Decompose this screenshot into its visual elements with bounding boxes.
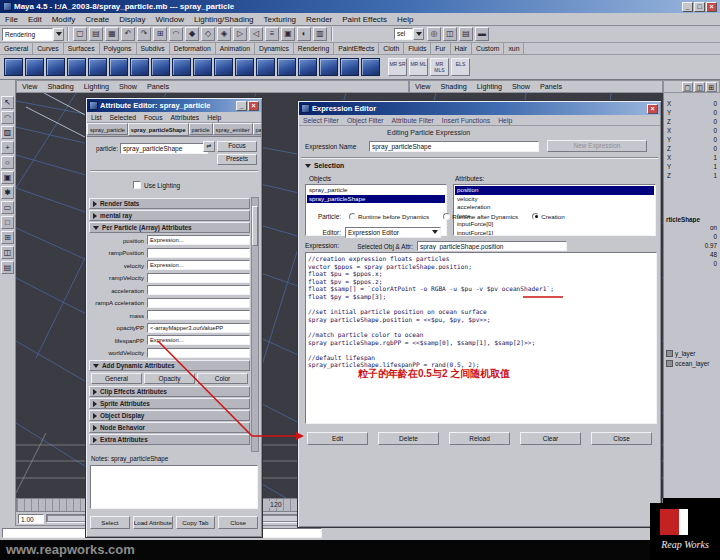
channel-value[interactable]: 1 — [713, 171, 717, 180]
menu-item[interactable]: Attributes — [167, 114, 204, 121]
panel-menu-item[interactable]: View — [410, 82, 435, 91]
tool-icon[interactable]: ▤ — [1, 261, 14, 274]
dialog-button[interactable]: Close — [591, 432, 652, 445]
object-list-item[interactable]: spray_particleShape — [307, 195, 445, 204]
tool-icon[interactable]: ▨ — [1, 126, 14, 139]
channel-value[interactable]: 1 — [713, 153, 717, 162]
section-bar-add-dynamic[interactable]: Add Dynamic Attributes — [89, 360, 250, 371]
panel-menu-item[interactable]: View — [17, 82, 42, 91]
status-icon[interactable]: ↶ — [121, 27, 135, 41]
status-icon[interactable]: ◈ — [217, 27, 231, 41]
range-start-field[interactable]: 1.00 — [18, 514, 44, 524]
status-icon[interactable]: ▣ — [281, 27, 295, 41]
menu-item[interactable]: Render — [301, 15, 337, 24]
chevron-down-icon[interactable] — [413, 28, 424, 40]
shelf-tool-icon[interactable] — [277, 58, 296, 76]
channel-value[interactable]: 0.97 — [705, 241, 717, 250]
tool-icon[interactable]: ◫ — [1, 246, 14, 259]
status-icon[interactable]: ◠ — [169, 27, 183, 41]
add-dynamic-button[interactable]: Color — [197, 373, 248, 384]
focus-button[interactable]: Focus — [217, 141, 257, 152]
expression-editor-titlebar[interactable]: Expression Editor × — [299, 102, 660, 115]
menu-item[interactable]: Create — [80, 15, 114, 24]
pane-layout-icon[interactable]: ▢ — [682, 82, 693, 92]
channel-row[interactable]: X 0 — [664, 99, 720, 108]
tool-icon[interactable]: ○ — [1, 156, 14, 169]
shelf-tool-icon[interactable] — [256, 58, 275, 76]
attribute-editor-tab[interactable]: particleClo — [253, 123, 262, 135]
shelf-tool-icon[interactable] — [109, 58, 128, 76]
channel-row[interactable]: Y 0 — [664, 108, 720, 117]
tool-icon[interactable]: ▭ — [1, 201, 14, 214]
channel-row[interactable]: 0 — [664, 259, 720, 268]
attribute-editor-tab[interactable]: particle — [189, 123, 213, 135]
layer-visibility-swatch[interactable] — [666, 360, 673, 367]
shelf-tool-icon[interactable] — [88, 58, 107, 76]
shelf-tool-icon[interactable] — [151, 58, 170, 76]
panel-menu-item[interactable]: Show — [114, 82, 142, 91]
expression-name-field[interactable]: spray_particleShape — [369, 141, 539, 152]
maximize-button[interactable]: □ — [694, 2, 705, 12]
new-expression-button[interactable]: New Expression — [547, 140, 647, 152]
menu-item[interactable]: Paint Effects — [337, 15, 392, 24]
swap-node-icon[interactable]: ⇄ — [203, 141, 215, 152]
shelf-tab[interactable]: Surfaces — [64, 43, 100, 54]
panel-menu-item[interactable]: Lighting — [472, 82, 507, 91]
shelf-tool-icon[interactable] — [4, 58, 23, 76]
tool-icon[interactable]: ▣ — [1, 171, 14, 184]
shelf-tool-icon[interactable] — [193, 58, 212, 76]
add-dynamic-button[interactable]: General — [91, 373, 142, 384]
shelf-tab[interactable]: xun — [504, 43, 524, 54]
status-icon[interactable]: ◐ — [297, 27, 311, 41]
dialog-button[interactable]: Delete — [378, 432, 439, 445]
shelf-tab[interactable]: Hair — [451, 43, 472, 54]
particle-mode-radio[interactable]: Runtime before Dynamics — [349, 213, 429, 220]
attribute-value-field[interactable] — [147, 273, 250, 283]
tool-icon[interactable]: + — [1, 141, 14, 154]
shelf-tab[interactable]: Fluids — [404, 43, 431, 54]
section-bar[interactable]: Clip Effects Attributes — [89, 386, 250, 397]
menu-item[interactable]: Texturing — [259, 15, 301, 24]
notes-field[interactable] — [90, 465, 258, 509]
status-icon[interactable]: ▬ — [475, 27, 489, 41]
layer-row[interactable]: ocean_layer — [664, 358, 720, 368]
shelf-tool-icon[interactable] — [172, 58, 191, 76]
shelf-tool-icon[interactable] — [235, 58, 254, 76]
channel-row[interactable]: Z 1 — [664, 171, 720, 180]
tool-icon[interactable]: ◠ — [1, 111, 14, 124]
shelf-tool-icon[interactable] — [361, 58, 380, 76]
editor-dropdown[interactable]: Expression Editor — [345, 227, 441, 238]
channel-value[interactable]: on — [710, 223, 717, 232]
attribute-value-field[interactable] — [147, 285, 250, 295]
particle-mode-radio[interactable]: Creation — [532, 213, 564, 220]
dialog-button[interactable]: Load Attributes — [133, 516, 173, 529]
channel-value[interactable]: 0 — [713, 108, 717, 117]
attribute-editor-titlebar[interactable]: Attribute Editor: spray_particle _ × — [87, 99, 261, 112]
channel-value[interactable]: 0 — [713, 259, 717, 268]
menu-item[interactable]: Edit — [23, 15, 47, 24]
menu-item[interactable]: Lighting/Shading — [189, 15, 259, 24]
attribute-editor-tab[interactable]: spray_particleShape — [128, 123, 189, 136]
shelf-tool-icon[interactable] — [298, 58, 317, 76]
channel-row[interactable]: X 0 — [664, 126, 720, 135]
selected-attr-field[interactable]: spray_particleShape.position — [417, 241, 567, 251]
dialog-button[interactable]: Edit — [307, 432, 368, 445]
shelf-tool-icon[interactable] — [46, 58, 65, 76]
channel-value[interactable]: 0 — [713, 232, 717, 241]
selection-mask-selector[interactable]: sel — [394, 28, 424, 40]
menu-item[interactable]: Attribute Filter — [388, 117, 438, 124]
panel-menu-item[interactable]: Panels — [142, 82, 174, 91]
dialog-button[interactable]: Reload — [449, 432, 510, 445]
scrollbar-thumb[interactable] — [252, 206, 258, 246]
shelf-text-icon[interactable]: MR ML — [409, 58, 428, 76]
attribute-value-field[interactable]: Expression... — [147, 235, 250, 245]
shelf-tab[interactable]: Subdivs — [137, 43, 170, 54]
status-icon[interactable]: ▦ — [105, 27, 119, 41]
menu-item[interactable]: Selected — [106, 114, 140, 121]
shelf-tab[interactable]: Rendering — [294, 43, 334, 54]
section-bar[interactable]: Sprite Attributes — [89, 398, 250, 409]
channel-row[interactable]: Z 0 — [664, 117, 720, 126]
close-button[interactable]: × — [248, 101, 259, 111]
channel-value[interactable]: 0 — [713, 126, 717, 135]
window-titlebar[interactable]: Maya 4.5 - l:/A_2003-8/spray_particle.mb… — [0, 0, 720, 13]
